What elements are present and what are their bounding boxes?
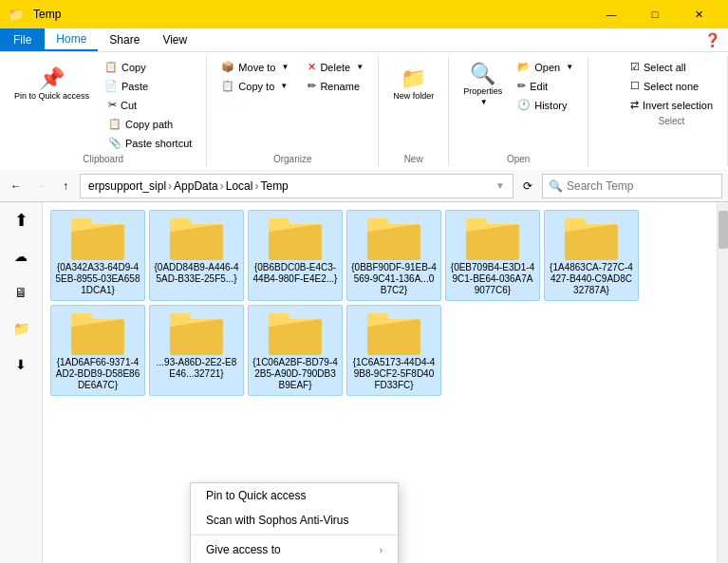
back-button[interactable]: ← — [6, 176, 27, 197]
refresh-button[interactable]: ⟳ — [517, 176, 538, 197]
ctx-pin-quick-access[interactable]: Pin to Quick access — [191, 483, 398, 508]
minimize-button[interactable]: — — [589, 0, 633, 28]
scissors-icon: ✂ — [108, 99, 117, 111]
pin-icon: 📌 — [39, 68, 65, 89]
list-item[interactable]: {0BBF90DF-91EB-4569-9C41-136A...0B7C2} — [346, 210, 441, 301]
nav-up-icon[interactable]: ⬆ — [7, 206, 35, 235]
edit-button[interactable]: ✏ Edit — [511, 77, 580, 95]
select-all-icon: ☑ — [630, 61, 640, 73]
paste-shortcut-button[interactable]: 📎 Paste shortcut — [102, 134, 198, 152]
tab-view[interactable]: View — [151, 28, 198, 51]
new-folder-button[interactable]: 📁 New folder — [386, 58, 440, 111]
ribbon-tabs: File Home Share View ❓ — [0, 28, 728, 51]
up-button[interactable]: ↑ — [55, 176, 76, 197]
list-item[interactable]: {1C6A5173-44D4-49B8-9CF2-5F8D40FD33FC} — [346, 305, 441, 396]
address-path[interactable]: erpsupport_sipl › AppData › Local › Temp… — [80, 174, 513, 198]
file-name: {1C6A5173-44D4-49B8-9CF2-5F8D40FD33FC} — [351, 357, 437, 391]
history-icon: 🕐 — [517, 99, 531, 111]
file-name: {0B6BDC0B-E4C3-44B4-980F-E4E2...} — [252, 262, 338, 285]
path-segment-3: Local — [226, 179, 253, 193]
paste-icon: 📄 — [104, 80, 118, 92]
file-name: {0ADD84B9-A446-45AD-B33E-25F5...} — [154, 262, 239, 285]
nav-down-icon[interactable]: ⬇ — [7, 350, 35, 379]
maximize-button[interactable]: □ — [633, 0, 677, 28]
list-item[interactable]: {0B6BDC0B-E4C3-44B4-980F-E4E2...} — [248, 210, 343, 301]
list-item[interactable]: {0ADD84B9-A446-45AD-B33E-25F5...} — [149, 210, 244, 301]
address-bar: ← → ↑ erpsupport_sipl › AppData › Local … — [0, 170, 728, 202]
new-folder-icon: 📁 — [401, 68, 426, 89]
copy-path-button[interactable]: 📋 Copy path — [102, 115, 198, 133]
history-button[interactable]: 🕐 History — [511, 96, 580, 114]
file-name: {0EB709B4-E3D1-49C1-BE64-036A7A9077C6} — [450, 262, 535, 296]
search-input[interactable] — [567, 179, 716, 193]
select-all-button[interactable]: ☑ Select all — [624, 58, 719, 76]
folder-icon — [170, 215, 223, 260]
folder-icon — [367, 310, 420, 355]
invert-icon: ⇄ — [630, 99, 639, 111]
list-item[interactable]: ...93-A86D-2E2-E8E46...32721} — [149, 305, 244, 396]
main-area: ⬆ ☁ 🖥 📁 ⬇ {0A342A33-64D9-45EB-8955-03EA6… — [0, 202, 728, 563]
ctx-give-access[interactable]: Give access to › — [191, 537, 398, 562]
scroll-thumb[interactable] — [719, 211, 728, 249]
cut-button[interactable]: ✂ Cut — [102, 96, 198, 114]
rename-button[interactable]: ✏ Rename — [301, 77, 370, 95]
search-box[interactable]: 🔍 — [542, 174, 722, 198]
invert-selection-button[interactable]: ⇄ Invert selection — [624, 96, 719, 114]
copy-icon: 📋 — [104, 61, 118, 73]
nav-folder-icon[interactable]: 📁 — [7, 314, 35, 343]
pin-quick-access-button[interactable]: 📌 Pin to Quick access — [8, 58, 96, 111]
move-to-button[interactable]: 📦 Move to ▼ — [215, 58, 295, 76]
open-label: Open — [507, 154, 530, 164]
list-item[interactable]: {0A342A33-64D9-45EB-8955-03EA6581DCA1} — [50, 210, 145, 301]
close-button[interactable]: ✕ — [677, 0, 720, 28]
title-bar: 📁 Temp — □ ✕ — [0, 0, 728, 28]
list-item[interactable]: {1C06A2BF-BD79-42B5-A90D-790DB3B9EAF} — [248, 305, 343, 396]
forward-button[interactable]: → — [30, 176, 51, 197]
path-segment-4: Temp — [260, 179, 288, 193]
paste-button[interactable]: 📄 Paste — [98, 77, 198, 95]
delete-icon: ✕ — [308, 61, 316, 73]
file-name: {0A342A33-64D9-45EB-8955-03EA6581DCA1} — [55, 262, 140, 296]
tab-home[interactable]: Home — [45, 28, 98, 51]
folder-icon — [367, 215, 420, 260]
tab-file[interactable]: File — [0, 28, 45, 51]
select-none-button[interactable]: ☐ Select none — [624, 77, 719, 95]
ctx-scan-antivirus[interactable]: Scan with Sophos Anti-Virus — [191, 508, 398, 533]
copy-to-icon: 📋 — [221, 80, 234, 92]
file-name: {1C06A2BF-BD79-42B5-A90D-790DB3B9EAF} — [252, 357, 338, 391]
open-group: 🔍 Properties ▼ 📂 Open ▼ ✏ Edit 🕐 History — [449, 56, 588, 166]
title-bar-title: Temp — [29, 8, 584, 21]
scrollbar[interactable] — [717, 202, 728, 563]
nav-panel: ⬆ ☁ 🖥 📁 ⬇ — [0, 202, 43, 563]
context-menu: Pin to Quick access Scan with Sophos Ant… — [190, 482, 399, 563]
copy-button[interactable]: 📋 Copy — [98, 58, 198, 76]
folder-icon — [71, 215, 124, 260]
rename-icon: ✏ — [308, 80, 316, 92]
help-icon[interactable]: ❓ — [704, 32, 720, 47]
list-item[interactable]: {1AD6AF66-9371-4AD2-BDB9-D58E86DE6A7C} — [50, 305, 145, 396]
nav-pc-icon[interactable]: 🖥 — [7, 278, 35, 307]
list-item[interactable]: {1A4863CA-727C-4427-B440-C9AD8C32787A} — [544, 210, 639, 301]
path-segment-2: AppData — [174, 179, 218, 193]
organize-label: Organize — [273, 154, 312, 164]
folder-icon — [466, 215, 519, 260]
delete-ribbon-button[interactable]: ✕ Delete ▼ — [301, 58, 370, 76]
ctx-separator-1 — [191, 535, 398, 535]
organize-group: 📦 Move to ▼ 📋 Copy to ▼ ✕ Delete ▼ ✏ — [207, 56, 379, 166]
open-button[interactable]: 📂 Open ▼ — [511, 58, 580, 76]
list-item[interactable]: {0EB709B4-E3D1-49C1-BE64-036A7A9077C6} — [445, 210, 540, 301]
file-name: {1AD6AF66-9371-4AD2-BDB9-D58E86DE6A7C} — [55, 357, 140, 391]
folder-icon — [71, 310, 124, 355]
window-buttons: — □ ✕ — [589, 0, 720, 28]
folder-icon — [170, 310, 223, 355]
copy-to-button[interactable]: 📋 Copy to ▼ — [215, 77, 295, 95]
folder-icon — [269, 215, 322, 260]
folder-icon — [269, 310, 322, 355]
tab-share[interactable]: Share — [98, 28, 151, 51]
properties-button[interactable]: 🔍 Properties ▼ — [457, 58, 509, 111]
select-group: ☑ Select all ☐ Select none ⇄ Invert sele… — [616, 56, 728, 166]
new-label: New — [404, 154, 423, 164]
path-segment-1: erpsupport_sipl — [88, 179, 166, 193]
nav-cloud-icon[interactable]: ☁ — [7, 242, 35, 271]
new-group: 📁 New folder New — [379, 56, 449, 166]
